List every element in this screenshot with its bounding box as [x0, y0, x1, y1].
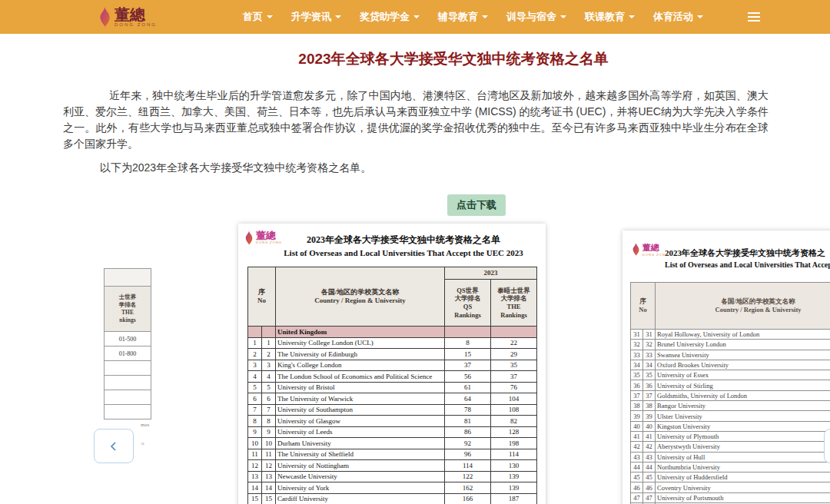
- nav-label: 联课教育: [585, 10, 625, 24]
- table-cell: The University of Edinburgh: [276, 349, 445, 360]
- table-cell: 108: [491, 404, 537, 416]
- table-cell: 96: [445, 449, 491, 460]
- table-cell: Swansea University: [656, 350, 830, 360]
- country-section-label: United Kingdom: [276, 327, 445, 338]
- table-row: 1010Durham University92198: [248, 438, 537, 449]
- carousel-prev-button[interactable]: [94, 429, 134, 463]
- nav-item-sports[interactable]: 体育活动: [653, 10, 703, 24]
- table-row: 4040Kingston University: [631, 421, 830, 431]
- document-page-center[interactable]: 董總 DONG ZONG 2023年全球各大学接受华文独中统考资格之名单 Lis…: [238, 224, 546, 504]
- document-logo: 董總 DONG ZONG: [244, 230, 282, 248]
- table-cell: 2: [262, 349, 276, 360]
- table-cell: 34: [631, 360, 643, 370]
- table-cell: 76: [491, 382, 537, 393]
- download-button[interactable]: 点击下载: [447, 194, 506, 216]
- table-cell: 61: [445, 382, 491, 393]
- table-cell: Brunel University London: [656, 340, 830, 350]
- table-row: 11University College London (UCL)822: [248, 337, 537, 349]
- flame-icon: [632, 243, 640, 259]
- table-cell: 13: [248, 471, 262, 482]
- menu-icon[interactable]: [748, 12, 760, 22]
- document-title-zh: 2023年全球各大学接受华文独中统考资格之: [665, 247, 830, 259]
- table-cell: Ulster University: [656, 411, 830, 421]
- table-cell: The University of Warwick: [276, 393, 445, 405]
- table-cell: 44: [643, 462, 656, 472]
- table-cell: 13: [262, 471, 276, 482]
- document-page-right[interactable]: 董總 DONG ZONG 2023年全球各大学接受华文独中统考资格之 List …: [622, 230, 830, 504]
- fragment-the-rankings-header: 士世界 学排名 THE nkings: [105, 287, 151, 332]
- intro-paragraph-2: 以下为2023年全球各大学接受华文独中统考资格之名单。: [63, 160, 769, 176]
- table-cell: 3: [248, 360, 262, 371]
- table-cell: 38: [643, 401, 656, 411]
- table-cell: 35: [631, 370, 643, 380]
- nav-item-scholarships[interactable]: 奖贷助学金: [360, 10, 420, 24]
- chevron-left-icon: [108, 441, 119, 452]
- table-row: 01-800: [105, 346, 151, 361]
- table-cell: 15: [248, 493, 262, 504]
- nav-item-study-info[interactable]: 升学资讯: [291, 10, 341, 24]
- table-row: 4747University of Portsmouth: [631, 492, 830, 502]
- nav-item-discipline-dorm[interactable]: 训导与宿舍: [506, 10, 566, 24]
- table-cell: The University of Sheffield: [276, 449, 445, 460]
- table-cell: 32: [631, 340, 643, 350]
- uec-universities-table: 序 No 各国/地区的学校英文名称 Country / Region & Uni…: [247, 267, 537, 504]
- dongzong-logo[interactable]: 董總 DONG ZONG: [98, 7, 157, 27]
- nav-item-counseling-education[interactable]: 辅导教育: [438, 10, 488, 24]
- table-row: 3434Oxford Brookes University: [631, 360, 830, 370]
- col-header-no: 序 No: [248, 267, 276, 327]
- table-cell: 47: [643, 492, 656, 502]
- table-row: 22The University of Edinburgh1529: [248, 349, 537, 360]
- chevron-down-icon: [413, 15, 420, 18]
- table-cell: 130: [491, 460, 537, 472]
- document-title-zh: 2023年全球各大学接受华文独中统考资格之名单: [261, 234, 546, 247]
- table-cell: 14: [262, 482, 276, 494]
- table-row: 3535University of Essex: [631, 370, 830, 380]
- nav-item-cocurricular[interactable]: 联课教育: [585, 10, 635, 24]
- table-cell: University of Hull: [656, 452, 830, 462]
- table-cell: 6: [262, 393, 276, 405]
- table-cell: Aberystwyth University: [656, 442, 830, 452]
- table-cell: 128: [491, 426, 537, 438]
- document-logo: 董總 DONG ZONG: [632, 243, 669, 259]
- nav-label: 辅导教育: [438, 10, 478, 24]
- table-row: 33King's College London3735: [248, 360, 537, 371]
- table-cell: 82: [491, 416, 537, 427]
- header-line: 学排名: [106, 301, 149, 309]
- chevron-down-icon: [697, 15, 703, 18]
- table-row: 1515Cardiff University166187: [248, 493, 537, 504]
- table-cell: University College London (UCL): [276, 337, 445, 349]
- table-cell: 198: [491, 438, 537, 449]
- table-row: 1111The University of Sheffield96114: [248, 449, 537, 460]
- table-cell: 11: [262, 449, 276, 460]
- table-cell: 37: [631, 390, 643, 400]
- table-cell: 41: [631, 431, 643, 441]
- table-cell: Bangor University: [656, 401, 830, 411]
- logo-subtitle: DONG ZONG: [115, 22, 157, 27]
- table-row: 1313Newcastle University122139: [248, 471, 537, 482]
- nav-item-home[interactable]: 首页: [243, 10, 273, 24]
- table-cell: 1: [262, 337, 276, 349]
- table-cell: [262, 327, 276, 338]
- table-row: 3333Swansea University: [631, 350, 830, 360]
- table-cell: 162: [445, 482, 491, 494]
- table-row: 1212University of Nottingham114130: [248, 460, 537, 472]
- table-cell: 9: [262, 426, 276, 438]
- table-row: 4545University of Huddersfield: [631, 472, 830, 482]
- carousel-next-button[interactable]: [824, 429, 830, 463]
- table-cell: 43: [643, 452, 656, 462]
- table-cell: 42: [631, 442, 643, 452]
- table-cell: University of Southampton: [276, 404, 445, 416]
- document-page-left-fragment[interactable]: 士世界 学排名 THE nkings 01-50001-800: [0, 267, 159, 494]
- table-cell: University of York: [276, 482, 445, 494]
- table-cell: 45: [643, 472, 656, 482]
- table-row: 3131Royal Holloway, University of London: [631, 330, 830, 340]
- top-navigation-bar: 董總 DONG ZONG 首页 升学资讯 奖贷助学金 辅导教育 训导与宿舍 联课…: [0, 0, 830, 34]
- table-cell: 5: [262, 382, 276, 393]
- table-cell: Northumbria University: [656, 462, 830, 472]
- left-fragment-table: 士世界 学排名 THE nkings 01-50001-800: [104, 268, 151, 419]
- table-cell: 139: [491, 482, 537, 494]
- table-cell: 36: [643, 380, 656, 390]
- table-row: 3838Bangor University: [631, 401, 830, 411]
- document-logo-title: 董總: [256, 230, 282, 240]
- table-cell: 122: [445, 471, 491, 482]
